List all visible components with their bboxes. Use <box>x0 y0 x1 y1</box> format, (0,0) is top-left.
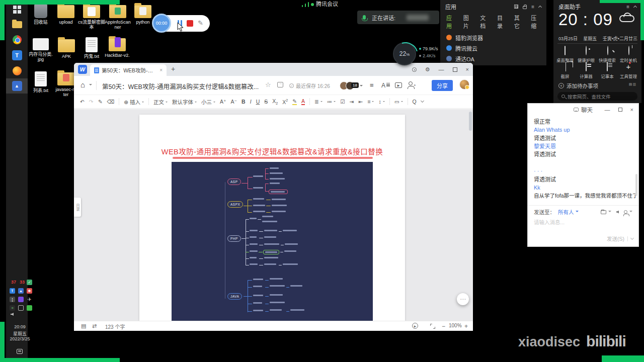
desktop-icon-neigui-txt[interactable]: 内鬼.txt <box>77 37 106 59</box>
taskbar-firefox[interactable] <box>6 64 28 77</box>
font-select[interactable]: 默认字体 <box>172 98 197 106</box>
tray-purple-app-icon[interactable] <box>18 297 24 302</box>
checkbox-button[interactable]: ☑ <box>340 99 345 105</box>
paragraph-style-select[interactable]: 正文 <box>153 98 168 106</box>
insert-menu[interactable]: ⊕ 插入 <box>124 98 144 106</box>
user-avatar[interactable] <box>459 79 469 89</box>
font-larger-button[interactable]: A⁺ <box>220 99 226 105</box>
chat-messages[interactable]: 很正常 Alan Whats up 肾透测试 黎爱天恩 肾透测试 · · · 肾… <box>528 116 638 200</box>
chevron-down-icon[interactable] <box>89 84 92 87</box>
tool-quick-search[interactable]: 快捷搜索 <box>597 46 618 63</box>
format-painter-icon[interactable]: ✎ <box>98 99 103 105</box>
tool-notepad[interactable]: 记事本 <box>597 62 618 79</box>
tray-plane-icon[interactable]: ✈ <box>27 297 32 302</box>
desktop-icon-hackbar[interactable]: HackBar-v2. <box>103 38 132 58</box>
numbered-list-button[interactable]: ≔ <box>327 99 336 105</box>
align-button[interactable]: ≡ <box>367 99 374 105</box>
minimize-icon[interactable]: — <box>439 66 444 72</box>
app-list-item[interactable]: 腾讯微云 <box>440 43 546 53</box>
tray-flower-icon[interactable]: ✽ <box>27 288 32 294</box>
tab-images[interactable]: 图片 <box>463 14 473 30</box>
find-button[interactable]: Q <box>413 99 417 105</box>
tray-chat-icon[interactable] <box>27 305 32 311</box>
zoom-in-button[interactable]: + <box>464 323 468 330</box>
tray-mountain-icon[interactable]: ▲ <box>18 288 24 294</box>
message-input[interactable]: 请输入消息... <box>534 218 565 226</box>
tool-desktop-organize[interactable]: 桌面整理 <box>554 46 576 63</box>
tab-apps[interactable]: 应用 <box>446 14 456 30</box>
meeting-indicator[interactable]: 腾讯会议 <box>302 1 338 7</box>
shield-icon[interactable]: ✓ <box>27 280 32 285</box>
tab-other[interactable]: 其它 <box>514 14 524 30</box>
font-color-button[interactable]: A <box>301 98 305 105</box>
underline-button[interactable]: U <box>256 99 260 105</box>
desktop-icon-memory-horse-jpg[interactable]: 内存马分类. jpg <box>26 38 55 62</box>
notification-icon[interactable] <box>412 67 417 72</box>
home-icon[interactable]: ⌂ <box>80 80 85 89</box>
indent-decrease-button[interactable]: ⇤ <box>358 99 363 105</box>
chat-sender[interactable]: Alan Whats up <box>534 126 638 134</box>
tray-mic-icon[interactable]: ¦ <box>10 297 15 302</box>
fullscreen-icon[interactable] <box>430 324 435 329</box>
audio-icon[interactable] <box>616 211 619 214</box>
collaborator-count-badge[interactable]: 18 <box>351 82 359 88</box>
page-setup-button[interactable]: ▭ <box>394 99 403 105</box>
stop-record-button[interactable] <box>187 20 193 27</box>
line-spacing-button[interactable]: ↕ <box>378 99 384 105</box>
menu-icon[interactable]: ≡ <box>370 81 374 89</box>
toc-side-tab[interactable]: 目录 <box>74 198 81 217</box>
assistant-search-input[interactable]: 搜索网页、查找文件 <box>557 92 637 101</box>
maximize-icon[interactable] <box>453 67 457 72</box>
chat-sender[interactable]: Kk <box>534 184 638 192</box>
italic-button[interactable]: I <box>250 99 252 105</box>
desktop-icon-cs-script[interactable]: cs流量解密脚 本 <box>77 5 106 30</box>
update-badge[interactable]: 33 <box>20 280 25 285</box>
taskbar-file-explorer[interactable] <box>6 18 28 31</box>
chat-sender[interactable]: · · · <box>534 167 638 175</box>
taskbar-chrome[interactable] <box>6 33 28 46</box>
add-todo-button[interactable]: +添加待办事项 <box>558 82 598 89</box>
clear-format-icon[interactable]: ⌫ <box>107 99 114 105</box>
mention-icon[interactable] <box>624 210 627 214</box>
close-icon[interactable]: × <box>466 66 469 72</box>
send-button[interactable]: 发送(S) <box>607 235 633 242</box>
close-tab-icon[interactable]: × <box>159 67 163 73</box>
menu-icon[interactable]: ≡ <box>626 4 629 10</box>
strikethrough-button[interactable]: S <box>264 99 268 105</box>
qr-code-icon[interactable] <box>514 5 518 9</box>
chat-scrollbar[interactable] <box>635 174 637 196</box>
maximize-icon[interactable] <box>618 108 622 112</box>
bullet-list-button[interactable]: ≣ <box>314 99 323 105</box>
text-settings-icon[interactable]: A <box>381 82 390 89</box>
zoom-out-button[interactable]: − <box>442 323 445 330</box>
subscript-button[interactable]: X2 <box>272 98 278 105</box>
todo-corner-icons[interactable]: ▤▥ <box>629 82 636 86</box>
menu-icon[interactable]: ≡ <box>531 4 534 10</box>
tab-dirs[interactable]: 目录 <box>497 14 507 30</box>
tab-docs[interactable]: 文档 <box>480 14 490 30</box>
read-mode-icon[interactable]: ▶ <box>412 323 418 329</box>
move-doc-icon[interactable] <box>277 82 283 87</box>
tool-toolbox[interactable]: +工具管理 <box>618 62 639 79</box>
font-smaller-button[interactable]: A⁻ <box>231 99 237 105</box>
collapse-icon[interactable] <box>538 5 542 9</box>
start-button[interactable] <box>6 3 28 16</box>
document-scrollbar[interactable] <box>469 112 472 131</box>
document-page[interactable]: WEB攻防-通用漏洞&购买支付逻辑&数据篡改&请求重放&接口替换 ASP ASP… <box>139 115 405 321</box>
wps-logo-icon[interactable]: W <box>78 65 87 74</box>
notification-center-icon[interactable] <box>17 349 23 354</box>
share-button[interactable]: 分享 <box>432 80 453 91</box>
tool-eye-care[interactable]: 健康护眼 <box>576 46 597 63</box>
settings-gear-icon[interactable]: ⚙ <box>425 66 430 73</box>
weather-cloud-icon[interactable] <box>619 15 634 22</box>
update-badge[interactable]: 37 <box>11 280 16 285</box>
send-to-select[interactable]: 所有人 <box>558 208 574 216</box>
indent-increase-button[interactable]: ⇥ <box>350 99 354 105</box>
net-speed-ball[interactable]: 22% 79.9K/s 2.4K/s <box>393 42 416 65</box>
tool-timed-shutdown[interactable]: 定时关机 <box>618 46 639 63</box>
redo-icon[interactable]: ↷ <box>89 99 94 105</box>
collapse-icon[interactable] <box>633 5 637 9</box>
undo-icon[interactable]: ↶ <box>80 99 85 105</box>
word-count-icon[interactable]: ⇄ <box>92 323 97 329</box>
tray-list-icon[interactable]: ≡ <box>10 305 15 311</box>
